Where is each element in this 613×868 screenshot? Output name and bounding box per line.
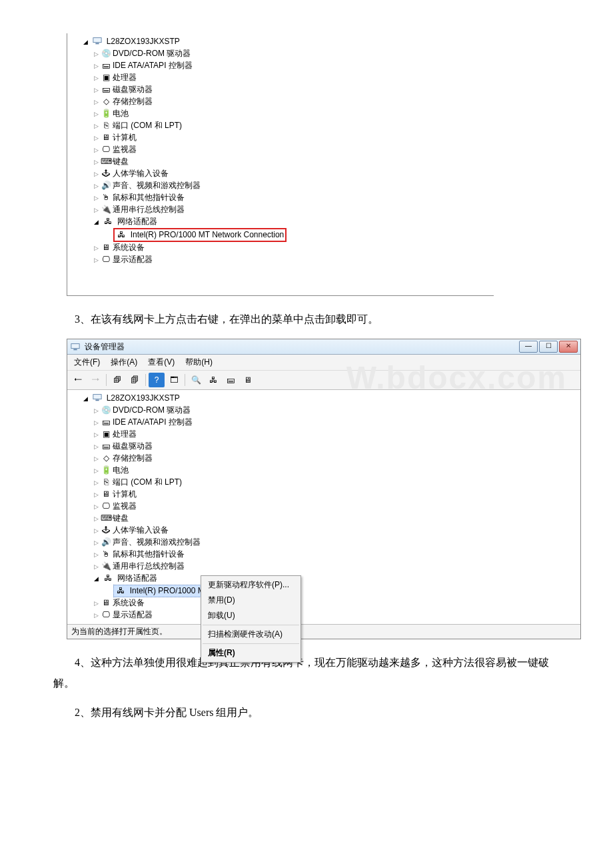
ctx-update-driver[interactable]: 更新驱动程序软件(P)... <box>203 577 299 593</box>
expander-icon[interactable]: ◢ <box>94 573 101 585</box>
close-button[interactable]: ✕ <box>559 341 578 353</box>
tree-node-network[interactable]: ◢ 🖧 网络适配器 🖧 Intel(R) PRO/1000 MT Network… <box>93 573 579 597</box>
expander-icon[interactable]: ▷ <box>94 73 101 84</box>
expander-icon[interactable]: ▷ <box>94 133 101 144</box>
tree-node-network[interactable]: ◢ 🖧 网络适配器 🖧 Intel(R) PRO/1000 MT Network… <box>93 216 492 242</box>
expander-icon[interactable]: ▷ <box>94 181 101 192</box>
tree-node[interactable]: ▷🖥系统设备 <box>93 242 492 254</box>
menu-help[interactable]: 帮助(H) <box>183 356 215 369</box>
toolbar-icon[interactable]: 🖧 <box>205 373 221 387</box>
help-icon[interactable]: ? <box>149 373 165 387</box>
tree-node[interactable]: ▷💿DVD/CD-ROM 驱动器 <box>93 48 492 60</box>
expander-icon[interactable]: ▷ <box>94 121 101 132</box>
menu-view[interactable]: 查看(V) <box>145 356 177 369</box>
tree-node[interactable]: ▷🕹人体学输入设备 <box>93 525 579 537</box>
tree-node[interactable]: ▷🔋电池 <box>93 465 579 477</box>
toolbar-icon[interactable]: 🖥 <box>240 373 256 387</box>
tree-node[interactable]: ▷🔌通用串行总线控制器 <box>93 204 492 216</box>
tree-node[interactable]: ▷▣处理器 <box>93 429 579 441</box>
expander-icon[interactable]: ▷ <box>94 501 101 513</box>
ctx-disable[interactable]: 禁用(D) <box>203 593 299 608</box>
expander-icon[interactable]: ▷ <box>94 417 101 429</box>
expander-icon[interactable]: ▷ <box>94 405 101 417</box>
expander-icon[interactable]: ▷ <box>94 429 101 441</box>
expander-icon[interactable]: ◢ <box>83 37 90 48</box>
expander-icon[interactable]: ▷ <box>94 109 101 120</box>
nic-item[interactable]: 🖧 Intel(R) PRO/1000 MT Network Connectio… <box>103 228 492 242</box>
scan-hardware-icon[interactable]: 🔍 <box>188 373 204 387</box>
tree-node[interactable]: ▷🕹人体学输入设备 <box>93 168 492 180</box>
tree-node[interactable]: ▷▣处理器 <box>93 72 492 84</box>
expander-icon[interactable]: ◢ <box>83 393 90 405</box>
tree-node[interactable]: ▷🖴磁盘驱动器 <box>93 441 579 453</box>
tree-node[interactable]: ▷🔌通用串行总线控制器 <box>93 561 579 573</box>
tree-node[interactable]: ▷🖵显示适配器 <box>93 254 492 266</box>
expander-icon[interactable]: ▷ <box>94 453 101 465</box>
toolbar-icon[interactable]: 🖴 <box>223 373 239 387</box>
expander-icon[interactable]: ▷ <box>94 441 101 453</box>
tree-node[interactable]: ▷🖵监视器 <box>93 501 579 513</box>
tree-node[interactable]: ▷🖴磁盘驱动器 <box>93 84 492 96</box>
tree-root[interactable]: ◢ L28ZOX193JKXSTP ▷💿DVD/CD-ROM 驱动器 ▷🖴IDE… <box>82 393 579 621</box>
tree-node[interactable]: ▷🔋电池 <box>93 108 492 120</box>
tree-node[interactable]: ▷🖵显示适配器 <box>93 609 579 621</box>
node-label: 人体学输入设备 <box>113 169 169 178</box>
expander-icon[interactable]: ▷ <box>94 513 101 525</box>
node-label: 计算机 <box>113 489 137 499</box>
minimize-button[interactable]: — <box>519 341 538 353</box>
expander-icon[interactable]: ▷ <box>94 477 101 489</box>
expander-icon[interactable]: ▷ <box>94 205 101 216</box>
tree-node[interactable]: ▷🖥计算机 <box>93 132 492 144</box>
expander-icon[interactable]: ▷ <box>94 243 101 254</box>
tree-node[interactable]: ▷🖥计算机 <box>93 489 579 501</box>
tree-node[interactable]: ▷⌨键盘 <box>93 513 579 525</box>
ctx-properties[interactable]: 属性(R) <box>203 645 299 661</box>
tree-node[interactable]: ▷🔊声音、视频和游戏控制器 <box>93 537 579 549</box>
expander-icon[interactable]: ▷ <box>94 465 101 477</box>
tree-node[interactable]: ▷🖴IDE ATA/ATAPI 控制器 <box>93 417 579 429</box>
expander-icon[interactable]: ▷ <box>94 157 101 168</box>
tree-node[interactable]: ▷🖵监视器 <box>93 144 492 156</box>
expander-icon[interactable]: ▷ <box>94 85 101 96</box>
tree-root[interactable]: ◢ L28ZOX193JKXSTP ▷💿DVD/CD-ROM 驱动器 ▷🖴IDE… <box>82 36 492 266</box>
toolbar-icon[interactable]: 🗊 <box>109 373 125 387</box>
ctx-uninstall[interactable]: 卸载(U) <box>208 611 235 620</box>
expander-icon[interactable]: ▷ <box>94 598 101 609</box>
expander-icon[interactable]: ▷ <box>94 169 101 180</box>
forward-button[interactable]: ⭢ <box>87 373 103 387</box>
tree-node[interactable]: ▷🖱鼠标和其他指针设备 <box>93 549 579 561</box>
expander-icon[interactable]: ▷ <box>94 193 101 204</box>
menu-file[interactable]: 文件(F) <box>71 356 103 369</box>
ctx-uninstall-row[interactable]: 卸载(U) <box>203 608 299 623</box>
toolbar-icon[interactable]: 🗐 <box>127 373 143 387</box>
tree-node[interactable]: ▷🔊声音、视频和游戏控制器 <box>93 180 492 192</box>
menu-action[interactable]: 操作(A) <box>108 356 140 369</box>
expander-icon[interactable]: ▷ <box>94 561 101 573</box>
tree-node[interactable]: ▷◇存储控制器 <box>93 453 579 465</box>
tree-node[interactable]: ▷🖥系统设备 <box>93 597 579 609</box>
expander-icon[interactable]: ▷ <box>94 525 101 537</box>
back-button[interactable]: ⭠ <box>70 373 86 387</box>
expander-icon[interactable]: ◢ <box>94 217 101 228</box>
expander-icon[interactable]: ▷ <box>94 549 101 561</box>
expander-icon[interactable]: ▷ <box>94 61 101 72</box>
expander-icon[interactable]: ▷ <box>94 97 101 108</box>
expander-icon[interactable]: ▷ <box>94 610 101 621</box>
tree-node[interactable]: ▷🖴IDE ATA/ATAPI 控制器 <box>93 60 492 72</box>
nic-item[interactable]: 🖧 Intel(R) PRO/1000 MT Network Connectio… <box>103 585 579 597</box>
expander-icon[interactable]: ▷ <box>94 49 101 60</box>
tree-node[interactable]: ▷💿DVD/CD-ROM 驱动器 <box>93 405 579 417</box>
tree-node[interactable]: ▷⎘端口 (COM 和 LPT) <box>93 477 579 489</box>
tree-node[interactable]: ▷🖱鼠标和其他指针设备 <box>93 192 492 204</box>
maximize-button[interactable]: ☐ <box>539 341 558 353</box>
tree-node[interactable]: ▷⎘端口 (COM 和 LPT) <box>93 120 492 132</box>
expander-icon[interactable]: ▷ <box>94 537 101 549</box>
expander-icon[interactable]: ▷ <box>94 145 101 156</box>
node-label: 网络适配器 <box>117 217 157 226</box>
expander-icon[interactable]: ▷ <box>94 255 101 266</box>
tree-node[interactable]: ▷◇存储控制器 <box>93 96 492 108</box>
expander-icon[interactable]: ▷ <box>94 489 101 501</box>
tree-node[interactable]: ▷⌨键盘 <box>93 156 492 168</box>
toolbar-icon[interactable]: 🗔 <box>166 373 182 387</box>
ctx-scan[interactable]: 扫描检测硬件改动(A) <box>203 627 299 642</box>
